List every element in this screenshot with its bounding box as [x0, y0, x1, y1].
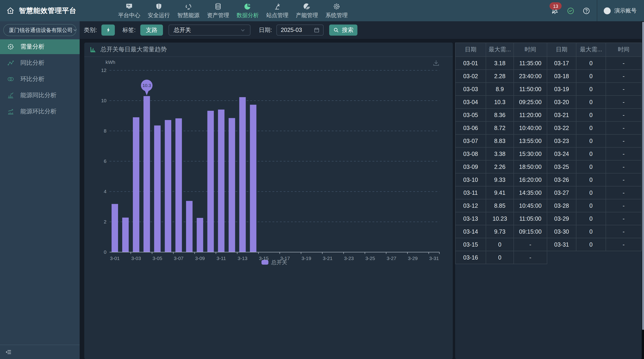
table-cell: 8.72	[486, 121, 514, 134]
svg-text:3-09: 3-09	[195, 256, 205, 261]
sidebar-item[interactable]: 能源同比分析	[0, 88, 80, 103]
top-nav: 智慧能效管理平台 平台中心安全运行智慧能源资产管理数据分析站点管理产能管理系统管…	[0, 0, 644, 21]
table-cell: 0	[576, 121, 606, 134]
table-cell: -	[606, 134, 642, 147]
avatar	[604, 7, 611, 14]
chart-panel: 总开关每日最大需量趋势 024681012kWh3-013-033-053-07…	[84, 42, 453, 359]
tag-branch-button[interactable]: 支路	[140, 24, 163, 36]
table-cell: -	[606, 160, 642, 173]
svg-text:4: 4	[104, 189, 106, 194]
max-marker: 10.3	[141, 80, 152, 95]
svg-text:10: 10	[101, 98, 106, 103]
calendar-icon	[314, 27, 320, 33]
svg-text:3-23: 3-23	[344, 256, 354, 261]
nav-item[interactable]: 资产管理	[205, 0, 231, 21]
nav-divider	[597, 0, 597, 21]
table-cell: 8.9	[486, 83, 514, 95]
category-electric-button[interactable]	[102, 24, 115, 36]
nav-item-label: 数据分析	[236, 11, 259, 19]
table-cell: 0	[576, 160, 606, 173]
svg-text:12: 12	[101, 67, 106, 73]
table-cell: 03-15	[455, 238, 486, 251]
table-header-cell: 最大需...	[486, 43, 514, 57]
monitor-icon	[126, 3, 133, 10]
sidebar-item[interactable]: 能源环比分析	[0, 104, 80, 119]
table-cell: 03-11	[455, 186, 486, 199]
table-cell: 03-22	[547, 121, 576, 134]
date-input[interactable]	[281, 27, 310, 33]
table-cell: 03-09	[455, 160, 486, 173]
nav-item[interactable]: 智慧能源	[176, 0, 202, 21]
date-label: 日期:	[259, 26, 272, 34]
table-cell: 0	[576, 108, 606, 121]
table-cell: 8.36	[486, 108, 514, 121]
legend-label: 总开关	[271, 259, 287, 265]
logo-area: 智慧能效管理平台	[0, 6, 76, 15]
category-label: 类别:	[84, 26, 97, 34]
pie-icon	[244, 3, 252, 10]
nav-item[interactable]: 站点管理	[264, 0, 290, 21]
sidebar-item[interactable]: 需量分析	[0, 39, 80, 54]
bar-series	[112, 96, 256, 252]
home-bolt-logo-icon	[6, 6, 15, 15]
nav-item-label: 智慧能源	[177, 11, 200, 19]
table-row: 03-078.8313:55:0003-230-	[455, 134, 642, 147]
table-cell: -	[606, 173, 642, 186]
table-row: 03-013.1811:35:0003-170-	[455, 57, 642, 70]
table-header-row: 日期最大需...时间日期最大需...时间	[455, 43, 642, 57]
table-cell: 0	[576, 238, 606, 251]
table-cell: 10.23	[486, 212, 514, 225]
collapse-menu-icon	[5, 349, 12, 355]
table-cell: 0	[576, 199, 606, 212]
table-cell: 9.73	[486, 225, 514, 238]
table-cell: 03-13	[455, 212, 486, 225]
recycle-icon	[185, 3, 192, 10]
bar	[165, 120, 171, 252]
table-cell: 0	[576, 225, 606, 238]
date-picker[interactable]	[277, 24, 324, 36]
table-cell: 8.85	[486, 199, 514, 212]
gauge-button[interactable]	[564, 0, 576, 21]
svg-text:6: 6	[104, 158, 106, 164]
help-button[interactable]	[580, 0, 592, 21]
shield-icon	[155, 3, 162, 10]
sidebar-item[interactable]: 环比分析	[0, 72, 80, 86]
sidebar-item[interactable]: 同比分析	[0, 55, 80, 70]
account-menu[interactable]: 演示账号	[600, 7, 640, 14]
sidebar-collapse-button[interactable]	[0, 345, 80, 359]
circuit-select[interactable]: 总开关	[168, 24, 250, 36]
pie2-icon	[303, 3, 311, 10]
venn-icon	[7, 75, 14, 83]
table-cell: 0	[576, 212, 606, 225]
nav-item[interactable]: 系统管理	[324, 0, 350, 21]
nav-item[interactable]: 安全运行	[146, 0, 172, 21]
nav-item[interactable]: 产能管理	[294, 0, 320, 21]
sidebar-item-label: 能源环比分析	[20, 107, 56, 116]
nav-item[interactable]: 数据分析	[235, 0, 261, 21]
search-button[interactable]: 搜索	[330, 24, 358, 36]
nav-item[interactable]: 平台中心	[116, 0, 142, 21]
scrollbar-thumb[interactable]	[642, 22, 644, 330]
table-cell: 0	[576, 147, 606, 160]
scrollbar-track[interactable]	[642, 21, 644, 359]
svg-text:3-01: 3-01	[110, 256, 120, 261]
table-cell: -	[606, 147, 642, 160]
table-cell: -	[606, 70, 642, 83]
chart-legend[interactable]: 总开关	[262, 259, 287, 265]
table-header-cell: 时间	[606, 43, 642, 57]
table-cell: 03-07	[455, 134, 486, 147]
table-cell: 03-28	[547, 199, 576, 212]
svg-text:3-05: 3-05	[152, 256, 162, 261]
table-cell: 11:20:00	[514, 108, 547, 121]
chart-panel-header: 总开关每日最大需量趋势	[84, 42, 453, 57]
company-select[interactable]: 厦门锐谷通信设备有限公司	[3, 24, 76, 36]
table-cell: 03-02	[455, 70, 486, 83]
nav-item-label: 平台中心	[118, 11, 140, 19]
bar	[218, 110, 224, 252]
sidebar-item-label: 同比分析	[20, 59, 44, 67]
svg-text:3-25: 3-25	[365, 256, 375, 261]
notification-bell-button[interactable]: 13	[549, 0, 561, 21]
account-name: 演示账号	[614, 7, 636, 14]
table-cell: -	[606, 121, 642, 134]
gear-icon	[333, 3, 340, 10]
